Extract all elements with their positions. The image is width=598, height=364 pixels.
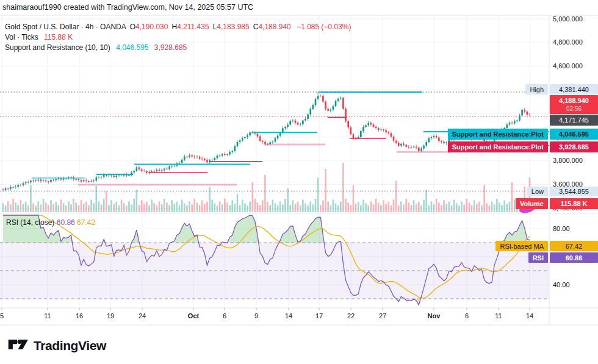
volume-bar [320, 205, 322, 212]
volume-bar [224, 199, 226, 212]
volume-bar [333, 199, 334, 212]
volume-bar [63, 203, 65, 212]
volume-bar [358, 202, 359, 212]
volume-bar [300, 205, 301, 212]
candle-body [25, 182, 27, 184]
volume-bar [461, 201, 463, 212]
volume-bar [403, 204, 405, 212]
rsi-ma-value-badge: 67.42 [550, 241, 598, 251]
volume-bar [191, 204, 193, 212]
volume-bar [295, 204, 297, 212]
volume-bar [445, 204, 447, 212]
volume-bar [17, 205, 19, 212]
volume-bar [156, 205, 158, 212]
volume-bar [503, 200, 505, 212]
volume-bar [204, 204, 206, 212]
volume-bar [254, 199, 256, 212]
candle-body [330, 110, 331, 111]
candle-body [88, 181, 90, 182]
candle-body [529, 115, 531, 115]
volume-bar [491, 201, 493, 212]
volume-bar [231, 200, 233, 212]
volume-bar [378, 202, 380, 212]
rsi-ma-value: 67.42 [77, 218, 95, 227]
volume-bar [385, 204, 387, 212]
candle-body [403, 144, 405, 145]
candle-body [214, 158, 216, 160]
volume-bar [297, 202, 299, 212]
volume-bar [50, 200, 52, 212]
candle-body [43, 180, 45, 181]
candle-body [2, 190, 4, 190]
volume-bar [166, 202, 168, 212]
volume-bar [249, 201, 251, 212]
volume-bar [217, 205, 218, 212]
volume-bar [267, 202, 268, 212]
chart-canvas[interactable] [0, 0, 598, 364]
legend-sr-row[interactable]: Support and Resistance (10, 10) 4,046.59… [5, 43, 351, 52]
tradingview-logo[interactable]: TradingView [8, 338, 106, 353]
volume-bar [194, 199, 196, 212]
candle-body [516, 120, 518, 121]
candle-body [143, 171, 145, 171]
volume-bar [494, 204, 495, 212]
candle-body [93, 180, 95, 181]
time-axis-label: 5 [0, 312, 4, 319]
candle-body [383, 129, 384, 130]
candle-body [166, 169, 168, 170]
volume-bar [327, 202, 329, 212]
ohlc-value: 4,188.940 [258, 23, 290, 31]
volume-bar [438, 202, 440, 212]
volume-bar [433, 204, 435, 212]
candle-body [106, 175, 107, 176]
volume-bar [448, 202, 450, 212]
volume-bar [123, 203, 125, 212]
candle-body [395, 141, 397, 143]
time-axis-label: 27 [379, 312, 386, 319]
volume-bar [176, 202, 178, 212]
volume-bar [420, 205, 422, 212]
volume-bar [330, 205, 331, 212]
volume-bar [159, 201, 160, 212]
candle-body [360, 131, 362, 137]
volume-bar [242, 199, 243, 212]
candle-body [7, 188, 9, 189]
volume-bar [347, 202, 349, 212]
volume-bar [60, 199, 62, 212]
candle-body [40, 179, 42, 181]
candle-body [423, 146, 425, 149]
legend-symbol-row[interactable]: Gold Spot / U.S. Dollar · 4h · OANDAO4,1… [5, 22, 351, 32]
candle-body [300, 124, 301, 125]
volume-bar [478, 202, 480, 212]
volume-bar [184, 203, 186, 212]
low-value-badge: 3,544.855 [550, 187, 598, 196]
candle-body [75, 179, 77, 180]
candle-body [55, 179, 57, 180]
volume-bar [5, 205, 7, 212]
candle-body [385, 130, 387, 133]
volume-bar [32, 203, 34, 212]
volume-bar [413, 200, 415, 212]
volume-bar [453, 199, 455, 212]
volume-bar [262, 200, 264, 212]
volume-bar [55, 202, 57, 212]
candle-body [297, 123, 299, 124]
volume-bar [168, 205, 170, 212]
high-value-badge: 4,381.440 [550, 84, 598, 95]
volume-bar [483, 185, 485, 212]
volume-bar [25, 202, 27, 212]
candle-body [380, 129, 382, 130]
rsi-legend-row[interactable]: RSI (14, close) 60.86 67.42 [6, 218, 95, 227]
time-axis-label: Oct [188, 312, 199, 319]
volume-bar [237, 194, 239, 212]
volume-bar [65, 205, 67, 212]
candle-body [279, 133, 281, 136]
volume-bar [75, 202, 77, 212]
volume-bar [153, 203, 155, 212]
rsi-value-badge: 60.86 [550, 252, 598, 263]
legend-volume-row[interactable]: Vol · Ticks 115.88 K [5, 32, 351, 42]
volume-chip: Volume [516, 198, 548, 209]
ohlc-value: 4,211.435 [177, 23, 209, 31]
candle-body [81, 180, 82, 182]
candle-body [38, 179, 40, 180]
